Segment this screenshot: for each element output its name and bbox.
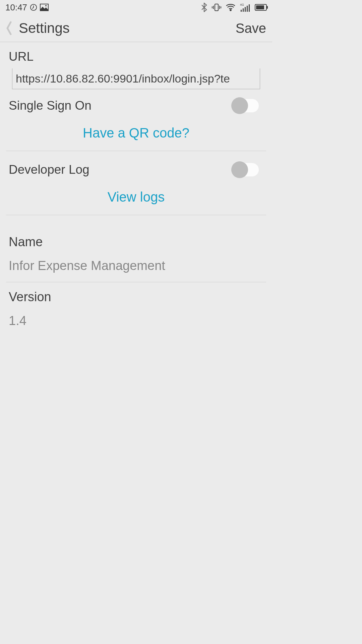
svg-rect-16 [267, 6, 268, 9]
save-button[interactable]: Save [236, 21, 266, 36]
svg-rect-11 [243, 8, 244, 12]
devlog-toggle[interactable] [233, 163, 259, 176]
sso-label: Single Sign On [9, 99, 92, 113]
svg-text:4G: 4G [240, 3, 244, 6]
svg-rect-10 [241, 10, 242, 12]
svg-point-8 [230, 9, 231, 11]
name-info: Name Infor Expense Management [0, 227, 272, 282]
page-title: Settings [19, 20, 236, 36]
picture-icon [40, 4, 49, 11]
name-value: Infor Expense Management [9, 259, 263, 273]
spacer [0, 215, 272, 227]
url-input[interactable] [12, 70, 260, 87]
svg-point-2 [45, 5, 47, 6]
header-bar: Settings Save [0, 15, 272, 42]
svg-rect-7 [221, 6, 221, 8]
version-label: Version [9, 290, 263, 304]
content: URL Single Sign On Have a QR code? Devel… [0, 42, 272, 337]
sso-row: Single Sign On [0, 92, 272, 119]
bluetooth-icon [201, 3, 207, 12]
status-time: 10:47 [5, 2, 27, 13]
svg-rect-12 [245, 7, 246, 12]
svg-rect-17 [256, 5, 264, 9]
toggle-thumb-icon [231, 97, 248, 114]
cellular-signal-icon: 4G [240, 3, 250, 12]
viewlogs-link-row: View logs [0, 183, 272, 215]
toggle-thumb-icon [231, 161, 248, 178]
url-label: URL [0, 42, 272, 68]
sso-toggle[interactable] [233, 99, 259, 112]
svg-rect-14 [249, 4, 250, 12]
chevron-left-icon [6, 21, 12, 36]
status-left: 10:47 [5, 2, 49, 13]
status-right: 4G [201, 3, 268, 12]
devlog-row: Developer Log [0, 151, 272, 183]
svg-rect-6 [219, 6, 220, 9]
svg-rect-5 [212, 6, 213, 8]
qr-link-row: Have a QR code? [0, 119, 272, 151]
vibrate-icon [212, 3, 221, 11]
battery-icon [255, 4, 268, 11]
wifi-icon [226, 4, 235, 11]
svg-rect-4 [213, 6, 214, 9]
view-logs-link[interactable]: View logs [108, 190, 165, 205]
version-info: Version 1.4 [0, 282, 272, 337]
devlog-label: Developer Log [9, 163, 89, 177]
name-label: Name [9, 235, 263, 249]
clock-icon [30, 4, 37, 11]
back-button[interactable] [3, 20, 15, 37]
svg-rect-13 [247, 6, 248, 12]
version-value: 1.4 [9, 314, 263, 328]
url-input-wrapper [12, 68, 260, 89]
svg-rect-3 [215, 4, 218, 11]
qr-code-link[interactable]: Have a QR code? [83, 125, 189, 141]
status-bar: 10:47 [0, 0, 272, 15]
